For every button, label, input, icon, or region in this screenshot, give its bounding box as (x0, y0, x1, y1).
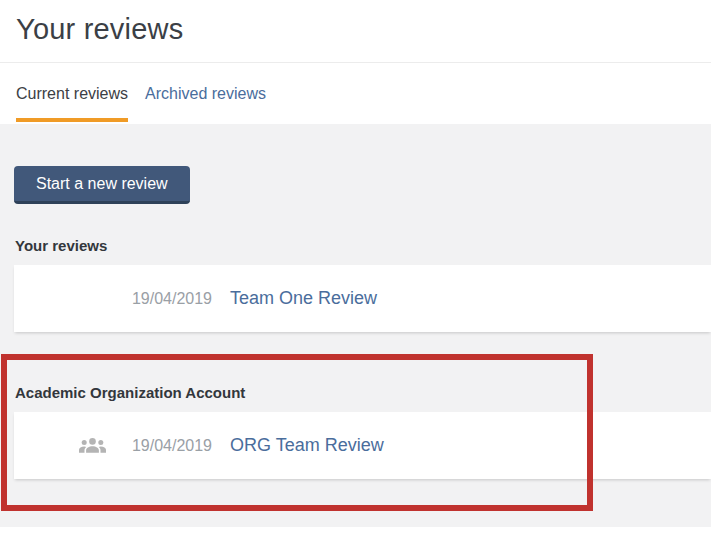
review-link-team-one[interactable]: Team One Review (230, 288, 377, 309)
tab-archived-reviews[interactable]: Archived reviews (145, 85, 266, 118)
tab-current-reviews[interactable]: Current reviews (16, 85, 128, 122)
section-label-your-reviews: Your reviews (15, 237, 711, 254)
review-date: 19/04/2019 (106, 437, 212, 455)
review-link-org-team[interactable]: ORG Team Review (230, 435, 384, 456)
start-new-review-button[interactable]: Start a new review (14, 166, 190, 204)
your-reviews-page: Your reviews Current reviews Archived re… (0, 0, 711, 552)
review-date: 19/04/2019 (106, 290, 212, 308)
review-row-org-team[interactable]: 19/04/2019 ORG Team Review (14, 412, 711, 479)
group-icon (14, 437, 106, 455)
review-row-team-one[interactable]: 19/04/2019 Team One Review (14, 265, 711, 332)
section-label-academic-org: Academic Organization Account (15, 384, 711, 401)
reviews-panel: Start a new review Your reviews 19/04/20… (0, 124, 711, 527)
page-title: Your reviews (0, 0, 711, 62)
tab-bar: Current reviews Archived reviews (0, 63, 711, 124)
